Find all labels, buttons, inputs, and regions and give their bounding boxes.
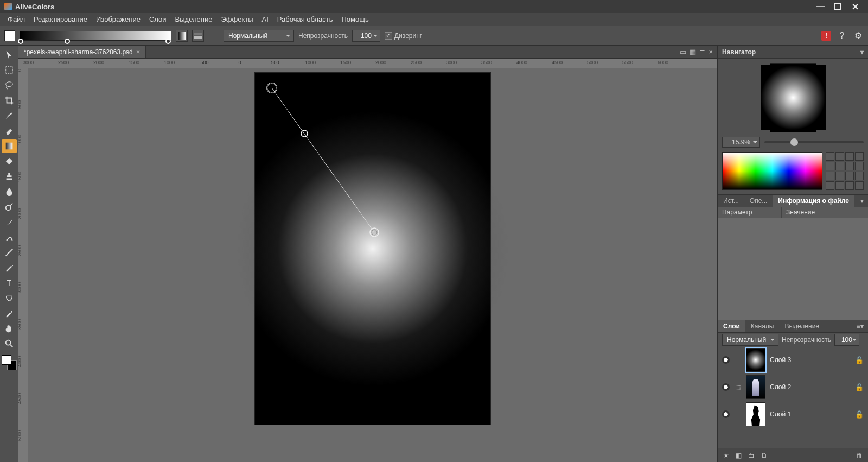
menu-select[interactable]: Выделение (171, 14, 217, 25)
layer-name-label[interactable]: Слой 3 (770, 356, 851, 364)
tool-deform[interactable] (2, 245, 17, 260)
layer-delete-icon[interactable]: 🗑 (856, 452, 863, 459)
navigator-panel-header[interactable]: Навигатор ▾ (718, 46, 868, 59)
layer-lock-icon[interactable]: 🔓 (855, 410, 864, 419)
menu-image[interactable]: Изображение (92, 14, 145, 25)
notification-warning-icon[interactable]: ! (821, 31, 831, 41)
menu-edit[interactable]: Редактирование (29, 14, 92, 25)
panel-menu-icon[interactable]: ▾ (860, 48, 864, 56)
menu-effects[interactable]: Эффекты (216, 14, 257, 25)
tab-layers[interactable]: Слои (718, 320, 745, 332)
gradient-stop-handle[interactable] (65, 39, 70, 44)
tool-shape[interactable] (2, 291, 17, 305)
close-all-icon[interactable]: × (709, 48, 713, 56)
tab-selection[interactable]: Выделение (779, 320, 825, 332)
svg-point-8 (5, 340, 10, 345)
gradient-type-linear-button[interactable] (176, 30, 188, 42)
zoom-slider[interactable] (764, 141, 864, 143)
help-icon[interactable]: ? (837, 30, 847, 41)
view-grid-icon[interactable]: ▦ (690, 48, 696, 56)
tab-channels[interactable]: Каналы (745, 320, 780, 332)
view-single-icon[interactable]: ▭ (680, 48, 686, 56)
gradient-stop-handle[interactable] (18, 39, 23, 44)
tab-actions[interactable]: Опе... (744, 195, 773, 207)
zoom-percent-field[interactable]: 15.9% (722, 137, 760, 148)
layer-thumbnail[interactable] (746, 402, 765, 426)
tool-eyedropper[interactable] (2, 306, 17, 320)
layer-group-icon[interactable]: 🗀 (748, 452, 755, 459)
canvas-viewport[interactable]: 3000250020001500100050005001000150020002… (18, 59, 717, 462)
opacity-value: 100 (361, 32, 372, 40)
gradient-type-radial-button[interactable] (192, 30, 204, 42)
layer-blend-dropdown[interactable]: Нормальный (722, 334, 778, 346)
tool-fill[interactable] (2, 154, 17, 168)
tool-move[interactable] (2, 48, 17, 62)
layer-visibility-icon[interactable] (722, 356, 730, 364)
menu-file[interactable]: Файл (3, 14, 29, 25)
layer-mask-icon[interactable]: ◧ (736, 452, 742, 459)
panel-menu-icon[interactable]: ≡▾ (852, 320, 868, 332)
tool-eraser[interactable] (2, 124, 17, 138)
layer-opacity-field[interactable]: 100 (834, 334, 859, 346)
svg-rect-0 (178, 32, 186, 40)
gradient-widget-overlay[interactable] (255, 73, 490, 425)
tool-hand[interactable] (2, 321, 17, 336)
layer-visibility-icon[interactable] (722, 410, 730, 418)
navigator-thumb[interactable] (770, 63, 816, 132)
layer-fx-icon[interactable]: ★ (723, 452, 729, 459)
dithering-checkbox[interactable]: ✓ Дизеринг (385, 32, 422, 40)
document-tab[interactable]: *pexels-swapnil-sharma-3762863.psd × (18, 46, 146, 58)
color-swatches[interactable] (2, 355, 17, 370)
view-list-icon[interactable]: ≣ (699, 48, 705, 56)
tool-smudge[interactable] (2, 230, 17, 244)
canvas[interactable] (255, 73, 490, 425)
tool-zoom[interactable] (2, 337, 17, 351)
layer-lock-icon[interactable]: 🔓 (855, 356, 864, 364)
close-tab-icon[interactable]: × (136, 48, 141, 56)
tool-blur[interactable] (2, 185, 17, 199)
color-spectrum[interactable] (722, 152, 822, 190)
swatches-grid[interactable] (826, 152, 864, 190)
opacity-field[interactable]: 100 (352, 30, 380, 42)
tool-text[interactable]: T (2, 276, 17, 290)
tool-gradient[interactable] (2, 139, 17, 153)
tool-dodge[interactable] (2, 200, 17, 214)
window-minimize-button[interactable]: — (812, 2, 829, 11)
window-close-button[interactable]: ✕ (846, 2, 864, 12)
blend-mode-dropdown[interactable]: Нормальный (224, 30, 294, 42)
gradient-stop-handle[interactable] (165, 39, 171, 44)
layer-lock-icon[interactable]: 🔓 (855, 383, 864, 391)
layer-row[interactable]: ⬚Слой 2🔓 (718, 374, 868, 401)
settings-gear-icon[interactable]: ⚙ (853, 30, 864, 41)
layer-thumbnail[interactable] (746, 375, 765, 399)
tool-brush[interactable] (2, 109, 17, 123)
layer-new-icon[interactable]: 🗋 (761, 452, 768, 459)
tool-selection[interactable] (2, 63, 17, 77)
tab-history[interactable]: Ист... (718, 195, 744, 207)
panel-menu-icon[interactable]: ▾ (856, 195, 868, 207)
layer-row[interactable]: Слой 3🔓 (718, 347, 868, 374)
tool-lasso[interactable] (2, 78, 17, 92)
layer-thumbnail[interactable] (746, 348, 765, 372)
layer-name-label[interactable]: Слой 1 (770, 410, 851, 418)
tool-artistic-brush[interactable] (2, 215, 17, 229)
navigator-preview[interactable] (718, 59, 868, 136)
tool-pen[interactable] (2, 261, 17, 275)
menu-workspace[interactable]: Рабочая область (273, 14, 337, 25)
tool-stamp[interactable] (2, 169, 17, 183)
menu-ai[interactable]: AI (258, 14, 273, 25)
menu-layers[interactable]: Слои (145, 14, 171, 25)
layer-row[interactable]: Слой 1🔓 (718, 401, 868, 428)
zoom-slider-knob[interactable] (790, 138, 798, 146)
ruler-horizontal[interactable]: 3000250020001500100050005001000150020002… (28, 59, 717, 68)
tool-crop[interactable] (2, 93, 17, 107)
gradient-preview[interactable] (20, 31, 171, 41)
foreground-color-swatch[interactable] (2, 355, 11, 365)
layer-visibility-icon[interactable] (722, 383, 730, 391)
ruler-vertical[interactable]: 0500100015002000250030003500400045005000 (18, 68, 28, 462)
menu-help[interactable]: Помощь (337, 14, 373, 25)
window-maximize-button[interactable]: ❐ (829, 2, 846, 12)
tab-file-info[interactable]: Информация о файле (773, 195, 854, 207)
gradient-color-swatch[interactable] (4, 30, 15, 41)
layer-name-label[interactable]: Слой 2 (770, 383, 851, 391)
